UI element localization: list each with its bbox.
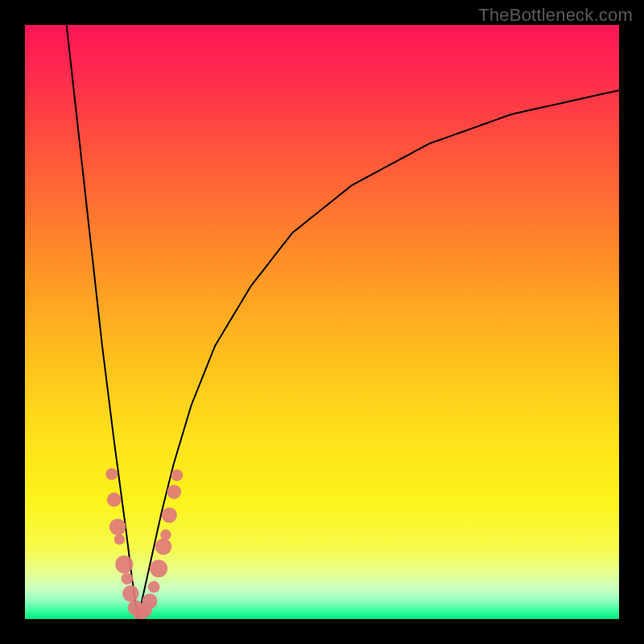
data-marker [122, 585, 139, 602]
data-marker [155, 539, 172, 555]
data-marker [122, 572, 134, 584]
data-marker [150, 559, 167, 577]
data-marker [162, 507, 177, 522]
curve-layer [25, 25, 619, 619]
data-marker [115, 555, 133, 573]
data-marker [114, 534, 125, 544]
data-marker [171, 469, 184, 481]
data-marker [160, 530, 171, 540]
data-marker [167, 485, 181, 499]
data-marker [105, 469, 118, 481]
data-marker [109, 518, 126, 535]
data-marker [142, 593, 157, 609]
data-marker [107, 493, 122, 507]
plot-area [25, 25, 619, 619]
bottleneck-curve [67, 25, 138, 619]
data-marker [148, 581, 160, 593]
watermark-text: TheBottleneck.com [478, 5, 633, 26]
bottleneck-curve [138, 90, 619, 619]
